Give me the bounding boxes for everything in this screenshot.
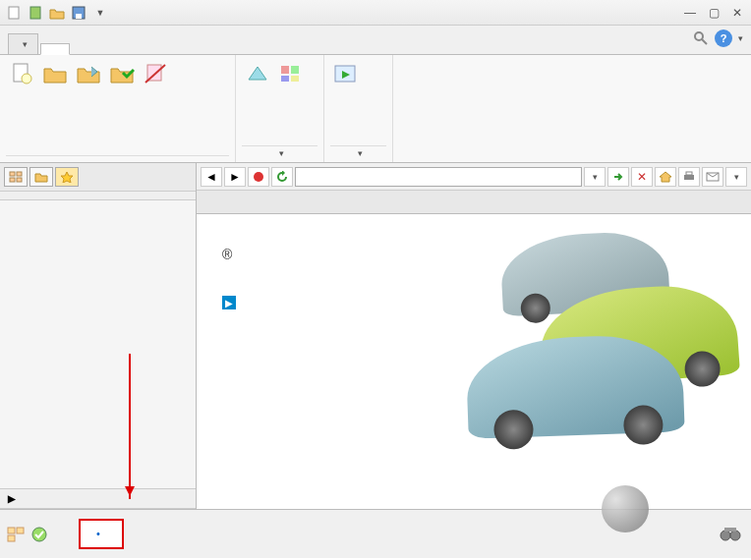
home-button[interactable] (655, 167, 676, 187)
svg-rect-18 (17, 178, 22, 182)
watermark-ball (602, 485, 649, 532)
browser-tabs (197, 191, 751, 214)
new-button[interactable] (6, 59, 37, 155)
qat-open-icon[interactable] (47, 3, 67, 23)
status-message-box (79, 519, 124, 550)
qat-doc-icon[interactable] (26, 3, 45, 23)
play-trace-icon (333, 61, 359, 86)
arrow-right-icon: ▶ (222, 296, 236, 309)
model-display-button[interactable] (242, 59, 273, 145)
car-graphics (462, 234, 747, 420)
annotation-arrow (129, 354, 131, 499)
svg-rect-24 (17, 528, 24, 533)
url-field[interactable] (295, 167, 582, 187)
search-icon[interactable] (693, 30, 709, 46)
sidebar-tabs (0, 163, 196, 191)
binoculars-icon[interactable] (720, 525, 743, 544)
folder-tree-header[interactable]: ▶ (0, 488, 196, 509)
back-button[interactable]: ◄ (201, 167, 222, 187)
svg-point-7 (22, 74, 31, 84)
svg-point-4 (695, 32, 703, 40)
close-button[interactable]: ✕ (727, 5, 747, 21)
goto-button[interactable] (607, 167, 629, 187)
ribbon: ▾ ▾ (0, 55, 751, 163)
erase-icon (143, 61, 168, 86)
svg-rect-11 (291, 66, 299, 74)
qat-new-icon[interactable] (4, 3, 24, 23)
help-dropdown-icon[interactable]: ▾ (738, 33, 743, 43)
status-icon-1[interactable] (6, 526, 26, 543)
open-last-button[interactable] (73, 59, 104, 155)
system-color-button[interactable] (275, 59, 307, 145)
workspace: ▶ ◄ ► ▾ ✕ ▾ ® ▶ (0, 163, 751, 509)
browser-toolbar: ◄ ► ▾ ✕ ▾ (197, 163, 751, 191)
cancel-button[interactable]: ✕ (631, 167, 653, 187)
select-wd-icon (109, 61, 135, 86)
help-icon[interactable]: ? (715, 29, 732, 47)
go-button[interactable]: ▾ (584, 167, 606, 187)
status-line-1 (96, 526, 106, 543)
svg-rect-17 (10, 178, 15, 182)
svg-rect-10 (281, 66, 289, 74)
svg-rect-23 (8, 528, 15, 533)
system-color-icon (278, 61, 304, 86)
svg-rect-16 (17, 172, 22, 176)
status-icon-2[interactable] (29, 526, 49, 543)
tools-dropdown-icon[interactable]: ▾ (725, 167, 747, 187)
erase-button[interactable] (140, 59, 171, 155)
minimize-button[interactable]: — (680, 5, 700, 21)
stop-button[interactable] (248, 167, 269, 187)
svg-line-5 (702, 39, 707, 44)
ribbon-group-settings-label: ▾ (242, 145, 318, 160)
svg-rect-13 (291, 76, 299, 82)
open-last-icon (76, 61, 101, 86)
file-menu[interactable]: ▾ (8, 33, 38, 54)
titlebar: ▼ — ▢ ✕ (0, 0, 751, 26)
svg-rect-29 (724, 528, 736, 532)
svg-rect-20 (684, 175, 694, 180)
welcome-page: ® ▶ (197, 214, 751, 509)
sidebar-tab-1[interactable] (4, 167, 28, 187)
qat-save-icon[interactable] (69, 3, 88, 23)
svg-rect-0 (9, 7, 19, 19)
refresh-button[interactable] (271, 167, 293, 187)
svg-rect-25 (8, 535, 15, 541)
svg-point-27 (721, 531, 730, 540)
open-button[interactable] (39, 59, 71, 155)
play-trace-button[interactable] (330, 59, 362, 145)
sidebar-tab-3[interactable] (55, 167, 79, 187)
qat-dropdown-icon[interactable]: ▼ (90, 3, 110, 23)
content-area: ◄ ► ▾ ✕ ▾ ® ▶ (197, 163, 751, 509)
svg-rect-1 (30, 7, 40, 19)
svg-rect-15 (10, 172, 15, 176)
svg-point-26 (32, 528, 46, 541)
mail-button[interactable] (702, 167, 723, 187)
menubar: ▾ ? ▾ (0, 26, 751, 55)
sidebar-tab-2[interactable] (29, 167, 53, 187)
ribbon-group-utils-label: ▾ (330, 145, 386, 160)
maximize-button[interactable]: ▢ (704, 5, 723, 21)
sidebar-header (0, 191, 196, 200)
home-tab[interactable] (40, 43, 70, 55)
sidebar: ▶ (0, 163, 197, 509)
select-wd-button[interactable] (106, 59, 138, 155)
svg-point-28 (730, 531, 740, 540)
quick-access-toolbar: ▼ (4, 3, 110, 23)
svg-rect-21 (686, 172, 692, 175)
svg-point-19 (254, 172, 263, 182)
window-controls: — ▢ ✕ (680, 5, 747, 21)
forward-button[interactable]: ► (224, 167, 246, 187)
svg-rect-3 (76, 14, 82, 19)
open-icon (42, 61, 68, 86)
ribbon-group-data-label (6, 155, 229, 160)
svg-rect-12 (281, 76, 289, 82)
model-display-icon (245, 61, 270, 86)
print-button[interactable] (678, 167, 700, 187)
new-icon (9, 61, 34, 86)
